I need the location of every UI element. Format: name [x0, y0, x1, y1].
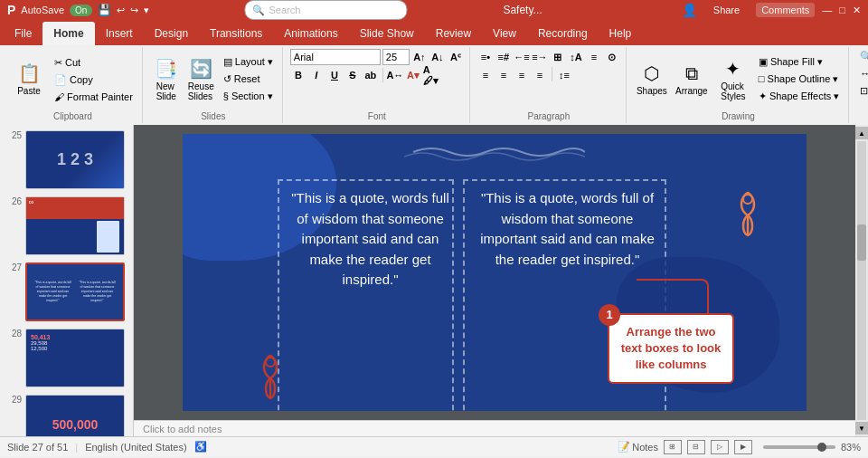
layout-button[interactable]: ▤ Layout ▾: [220, 54, 277, 70]
arrange-button[interactable]: ⧉ Arrange: [672, 52, 712, 107]
group-editing: 🔍 Find ↔ Replace ▾ ⊡ Select ▾ Editing: [851, 47, 868, 123]
slide-thumb-25[interactable]: 25 1 2 3: [4, 129, 129, 191]
justify-btn[interactable]: ≡: [532, 67, 548, 83]
slide-thumb-29[interactable]: 29 500,000: [4, 393, 129, 436]
share-button[interactable]: Share: [704, 2, 749, 18]
shape-fill-btn[interactable]: ▣ Shape Fill ▾: [755, 54, 843, 70]
font-increase-btn[interactable]: A↑: [411, 49, 428, 65]
slideshow-btn[interactable]: ▶: [734, 440, 752, 454]
bullets-btn[interactable]: ≡•: [477, 49, 494, 65]
select-btn[interactable]: ⊡ Select ▾: [856, 83, 868, 99]
tab-insert[interactable]: Insert: [95, 22, 144, 45]
notes-btn[interactable]: 📝 Notes: [618, 441, 658, 453]
quote-box-right[interactable]: "This is a quote, words full of wisdom t…: [479, 188, 656, 270]
copy-button[interactable]: 📄 Copy: [51, 72, 137, 88]
search-placeholder: Search: [269, 5, 300, 15]
italic-btn[interactable]: I: [308, 67, 325, 83]
slide-thumb-28[interactable]: 28 50,413 29,508 12,500: [4, 327, 129, 389]
para-row1: ≡• ≡# ←≡ ≡→ ⊞ ↕A ≡ ⊙: [477, 49, 620, 65]
title-center: 🔍 Search Safety...: [326, 0, 542, 20]
strikethrough-btn[interactable]: S: [344, 67, 361, 83]
highlight-btn[interactable]: A🖊▾: [423, 67, 439, 83]
slide-thumb-27[interactable]: 27 "This is a quote, words full of wisdo…: [4, 261, 129, 323]
callout-text: Arrange the two text boxes to look like …: [621, 325, 722, 371]
scroll-down-btn[interactable]: ▼: [855, 422, 868, 434]
indent-more-btn[interactable]: ≡→: [532, 49, 548, 65]
tab-help[interactable]: Help: [599, 22, 643, 45]
zoom-slider[interactable]: [763, 445, 835, 449]
section-button[interactable]: § Section ▾: [220, 89, 277, 104]
customize-icon[interactable]: ▾: [144, 5, 149, 16]
align-text-btn[interactable]: ≡: [586, 49, 602, 65]
search-bar[interactable]: 🔍 Search: [244, 0, 407, 20]
tab-review[interactable]: Review: [425, 22, 482, 45]
tab-file[interactable]: File: [4, 22, 42, 45]
reset-button[interactable]: ↺ Reset: [220, 72, 277, 87]
accessibility-check[interactable]: ♿: [194, 441, 207, 453]
format-painter-button[interactable]: 🖌 Format Painter: [51, 90, 137, 104]
font-name-input[interactable]: [290, 49, 381, 65]
quick-styles-icon: ✦: [725, 58, 741, 80]
zoom-thumb[interactable]: [817, 443, 826, 452]
tab-transitions[interactable]: Transitions: [199, 22, 273, 45]
shape-effects-btn[interactable]: ✦ Shape Effects ▾: [755, 89, 843, 104]
tab-recording[interactable]: Recording: [527, 22, 599, 45]
maximize-button[interactable]: □: [839, 5, 845, 15]
smartart-btn[interactable]: ⊙: [604, 49, 620, 65]
align-right-btn[interactable]: ≡: [514, 67, 530, 83]
font-color-btn[interactable]: A▾: [405, 67, 421, 83]
shadow-btn[interactable]: ab: [363, 67, 379, 83]
paste-button[interactable]: 📋 Paste: [9, 52, 49, 107]
save-icon[interactable]: 💾: [98, 4, 111, 16]
comments-button[interactable]: Comments: [756, 3, 815, 17]
autosave-toggle[interactable]: On: [70, 5, 92, 16]
find-btn[interactable]: 🔍 Find: [856, 49, 868, 64]
slide-thumb-26[interactable]: 26 D2: [4, 195, 129, 257]
notes-bar[interactable]: Click to add notes: [134, 420, 855, 436]
align-left-btn[interactable]: ≡: [477, 67, 494, 83]
new-slide-button[interactable]: 📑 NewSlide: [150, 52, 183, 107]
redo-icon[interactable]: ↪: [130, 5, 138, 16]
zoom-level[interactable]: 83%: [841, 442, 861, 453]
scroll-thumb[interactable]: [857, 224, 866, 261]
close-button[interactable]: ✕: [853, 5, 861, 16]
font-decrease-btn[interactable]: A↓: [429, 49, 446, 65]
tab-design[interactable]: Design: [144, 22, 199, 45]
normal-view-btn[interactable]: ⊞: [664, 440, 682, 454]
shapes-button[interactable]: ⬡ Shapes: [634, 52, 670, 107]
quick-styles-button[interactable]: ✦ QuickStyles: [713, 52, 753, 107]
cut-copy-col: ✂ Cut 📄 Copy 🖌 Format Painter: [51, 55, 137, 104]
vertical-scrollbar[interactable]: ▲ ▼: [855, 125, 868, 436]
tab-slideshow[interactable]: Slide Show: [349, 22, 425, 45]
clear-format-btn[interactable]: Aᶜ: [448, 49, 464, 65]
line-spacing-btn[interactable]: ↕≡: [556, 67, 572, 83]
undo-icon[interactable]: ↩: [117, 5, 125, 16]
char-spacing-btn[interactable]: A↔: [387, 67, 403, 83]
shape-outline-btn[interactable]: □ Shape Outline ▾: [755, 72, 843, 87]
clipboard-buttons: 📋 Paste ✂ Cut 📄 Copy 🖌 Format Painter: [9, 49, 137, 110]
search-icon: 🔍: [252, 5, 265, 16]
cut-button[interactable]: ✂ Cut: [51, 55, 137, 71]
text-dir-btn[interactable]: ↕A: [568, 49, 584, 65]
tab-home[interactable]: Home: [42, 22, 94, 45]
indent-less-btn[interactable]: ←≡: [514, 49, 530, 65]
tab-animations[interactable]: Animations: [273, 22, 348, 45]
slide-sorter-btn[interactable]: ⊟: [687, 440, 705, 454]
slides-label: Slides: [201, 110, 225, 121]
underline-btn[interactable]: U: [326, 67, 343, 83]
minimize-button[interactable]: —: [822, 5, 832, 15]
font-size-input[interactable]: [382, 49, 410, 65]
replace-btn[interactable]: ↔ Replace ▾: [856, 66, 868, 81]
reuse-slides-button[interactable]: 🔄 ReuseSlides: [184, 52, 218, 107]
reading-view-btn[interactable]: ▷: [711, 440, 729, 454]
columns-btn[interactable]: ⊞: [550, 49, 566, 65]
tab-view[interactable]: View: [482, 22, 527, 45]
bold-btn[interactable]: B: [290, 67, 307, 83]
slide-num-25: 25: [5, 130, 22, 140]
numbering-btn[interactable]: ≡#: [495, 49, 512, 65]
notes-placeholder: Click to add notes: [143, 424, 222, 434]
quote-box-left[interactable]: "This is a quote, words full of wisdom t…: [291, 188, 449, 291]
slide-canvas[interactable]: "This is a quote, words full of wisdom t…: [183, 134, 807, 411]
align-center-btn[interactable]: ≡: [495, 67, 512, 83]
scroll-up-btn[interactable]: ▲: [855, 127, 868, 139]
